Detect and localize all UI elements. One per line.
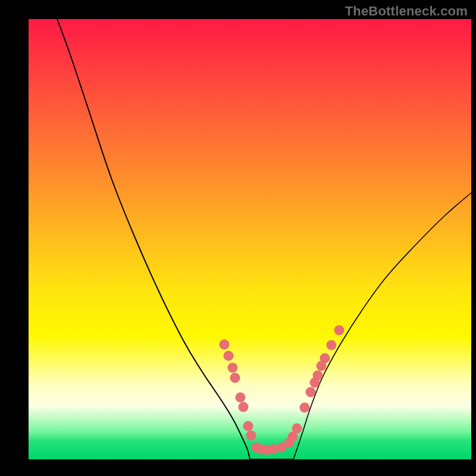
plot-area <box>29 19 471 459</box>
markers-group <box>220 325 345 455</box>
data-point <box>268 444 278 455</box>
data-point <box>320 353 330 364</box>
left-curve-path <box>57 19 250 459</box>
right-curve-path <box>293 193 471 459</box>
data-point <box>246 431 256 441</box>
data-point <box>306 387 316 397</box>
data-point <box>236 393 246 403</box>
chart-frame: TheBottleneck.com <box>0 0 476 476</box>
data-point <box>220 340 230 350</box>
data-point <box>228 363 238 373</box>
data-point <box>334 325 345 336</box>
curve-svg <box>29 19 471 459</box>
data-point <box>292 424 302 434</box>
data-point <box>239 402 249 412</box>
data-point <box>313 371 323 381</box>
data-point <box>300 403 310 413</box>
data-point <box>230 373 240 383</box>
data-point <box>224 351 234 361</box>
data-point <box>327 340 337 350</box>
watermark-text: TheBottleneck.com <box>345 4 468 19</box>
data-point <box>243 421 253 431</box>
